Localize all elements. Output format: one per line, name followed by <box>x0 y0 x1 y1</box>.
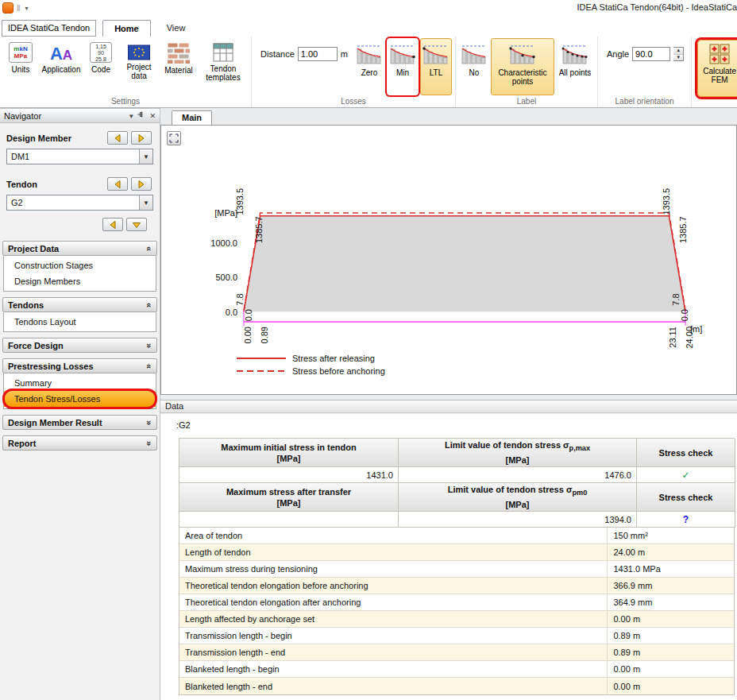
material-button[interactable]: Material <box>160 38 197 95</box>
quick-access-caret-icon[interactable]: ▾ <box>25 5 29 12</box>
application-icon: AA <box>50 42 72 63</box>
tab-home[interactable]: Home <box>102 20 151 37</box>
characteristic-points-icon <box>509 42 536 66</box>
tendon-select[interactable]: G2 ▼ <box>6 195 153 211</box>
zero-losses-icon <box>356 42 383 66</box>
navigator-title: Navigator <box>4 111 125 121</box>
sidebar-item-design-members[interactable]: Design Members <box>4 273 156 289</box>
stress-value-cell <box>179 512 399 528</box>
window-title: IDEA StatiCa Tendon(64bit) - IdeaStatiCa <box>577 2 737 12</box>
fit-view-icon <box>169 133 179 143</box>
design-member-select[interactable]: DM1 ▼ <box>6 149 153 164</box>
tendon-properties-table: Area of tendon 150 mm² Length of tendon … <box>179 528 735 695</box>
pin-icon[interactable] <box>137 111 145 120</box>
distance-field-cluster: Distance m <box>260 47 348 61</box>
svg-text:0.0: 0.0 <box>226 307 237 317</box>
stress-check-ok: ✓ <box>637 467 735 483</box>
project-data-icon <box>128 44 150 60</box>
calculate-fem-icon <box>709 44 730 64</box>
ltl-losses-icon <box>423 42 450 66</box>
sidebar-item-construction-stages[interactable]: Construction Stages <box>4 257 156 273</box>
design-member-label: Design Member <box>6 133 104 143</box>
losses-min-button[interactable]: Min <box>387 38 419 95</box>
tendon-down-button[interactable] <box>126 218 147 231</box>
label-no-button[interactable]: No <box>459 38 489 95</box>
navigator-panel: Navigator ▾ ✕ Design Member DM1 ▼ Tendon… <box>0 108 160 700</box>
units-button[interactable]: mkN MPa Units <box>3 38 38 95</box>
fit-view-button[interactable] <box>167 131 181 145</box>
label-characteristic-points-button[interactable]: Characteristic points <box>491 38 554 95</box>
svg-text:1393.5: 1393.5 <box>662 188 671 215</box>
section-header-design-member-result[interactable]: Design Member Result » <box>2 415 157 430</box>
tab-view[interactable]: View <box>156 20 197 37</box>
svg-text:500.0: 500.0 <box>215 273 237 282</box>
stress-check-table: Maximum initial stress in tendon [MPa] L… <box>179 438 735 528</box>
angle-spinner-up-icon[interactable]: ▲ <box>673 48 683 55</box>
sidebar-item-tendon-stress-losses[interactable]: Tendon Stress/Losses <box>4 391 156 407</box>
stress-value-cell: 1394.0 <box>399 512 637 528</box>
svg-text:1385.7: 1385.7 <box>254 216 264 243</box>
close-icon[interactable]: ✕ <box>149 112 156 120</box>
application-button[interactable]: AA Application <box>40 38 83 95</box>
project-data-button[interactable]: Project data <box>119 38 159 95</box>
group-caption-losses: Losses <box>254 95 453 107</box>
tab-main[interactable]: Main <box>172 110 212 125</box>
code-button[interactable]: 1,15 90 25.8 Code <box>84 38 118 95</box>
svg-text:1393.5: 1393.5 <box>235 188 245 215</box>
arrow-right-icon <box>137 180 146 189</box>
ribbon-group-label: No Characteristic points All points Labe… <box>456 37 598 107</box>
application-menu-button[interactable]: IDEA StatiCa Tendon <box>2 20 96 37</box>
svg-text:7.8: 7.8 <box>671 293 681 305</box>
svg-text:1385.7: 1385.7 <box>678 216 688 243</box>
calculate-fem-button[interactable]: Calculate FEM <box>697 40 737 97</box>
main-area: Main [MPa]1000.0500.00.00.000.8923.1124.… <box>160 108 737 700</box>
losses-zero-button[interactable]: Zero <box>353 38 385 95</box>
property-row: Theoretical tendon elongation after anch… <box>179 594 734 611</box>
section-header-tendons[interactable]: Tendons « <box>2 297 157 312</box>
material-icon <box>168 43 190 64</box>
arrow-down-icon <box>132 220 141 230</box>
navigator-menu-icon[interactable]: ▾ <box>129 112 133 120</box>
ribbon-group-label-orientation: Angle ▲ ▼ Label orientation <box>598 37 692 107</box>
ribbon-group-calculate: Calculate FEM <box>692 37 737 107</box>
angle-input[interactable] <box>632 47 670 61</box>
losses-ltl-button[interactable]: LTL <box>420 38 452 95</box>
angle-spinner-down-icon[interactable]: ▼ <box>673 55 683 61</box>
stress-value-cell: 1476.0 <box>399 467 637 483</box>
sidebar-item-summary[interactable]: Summary <box>4 375 156 391</box>
group-caption-label-orientation: Label orientation <box>600 95 689 107</box>
chevron-double-up-icon: « <box>145 246 154 250</box>
tendon-templates-button[interactable]: Tendon templates <box>199 38 248 95</box>
tendon-row: Tendon <box>6 177 152 191</box>
stress-header-cell: Limit value of tendon stress σpm0 [MPa] <box>399 483 637 512</box>
svg-text:0.0: 0.0 <box>680 309 689 321</box>
stress-header-cell: Stress check <box>637 439 735 467</box>
app-logo-icon <box>2 2 14 14</box>
section-header-prestressing-losses[interactable]: Prestressing Losses « <box>2 358 157 373</box>
distance-input[interactable] <box>298 47 338 61</box>
svg-text:23.11: 23.11 <box>668 327 677 348</box>
section-header-force-design[interactable]: Force Design » <box>2 338 157 353</box>
chevron-double-down-icon: » <box>145 420 154 424</box>
tendon-next-button[interactable] <box>131 177 152 191</box>
tendon-prev-button[interactable] <box>107 177 128 191</box>
section-project-data: Project Data « Construction Stages Desig… <box>2 241 157 292</box>
property-row: Transmission length - end 0.89 m <box>179 644 734 661</box>
label-all-points-button[interactable]: All points <box>556 38 594 95</box>
document-tab-strip: Main <box>160 108 737 125</box>
tendon-templates-icon <box>213 43 233 62</box>
section-header-project-data[interactable]: Project Data « <box>2 241 157 256</box>
chevron-down-icon[interactable]: ▼ <box>139 195 152 210</box>
tendon-back-button[interactable] <box>102 218 123 231</box>
chevron-double-down-icon: » <box>145 440 154 445</box>
quick-access-grip-icon: ‖ <box>17 3 22 13</box>
ribbon-tab-row: IDEA StatiCa Tendon Home View <box>0 16 737 37</box>
chevron-down-icon[interactable]: ▼ <box>139 149 152 164</box>
design-member-prev-button[interactable] <box>107 131 128 145</box>
section-header-report[interactable]: Report » <box>2 435 157 451</box>
property-row: Transmission length - begin 0.89 m <box>179 628 734 644</box>
svg-text:0.0: 0.0 <box>244 309 253 321</box>
code-icon: 1,15 90 25.8 <box>90 42 112 63</box>
design-member-next-button[interactable] <box>131 131 152 145</box>
sidebar-item-tendons-layout[interactable]: Tendons Layout <box>4 314 156 330</box>
